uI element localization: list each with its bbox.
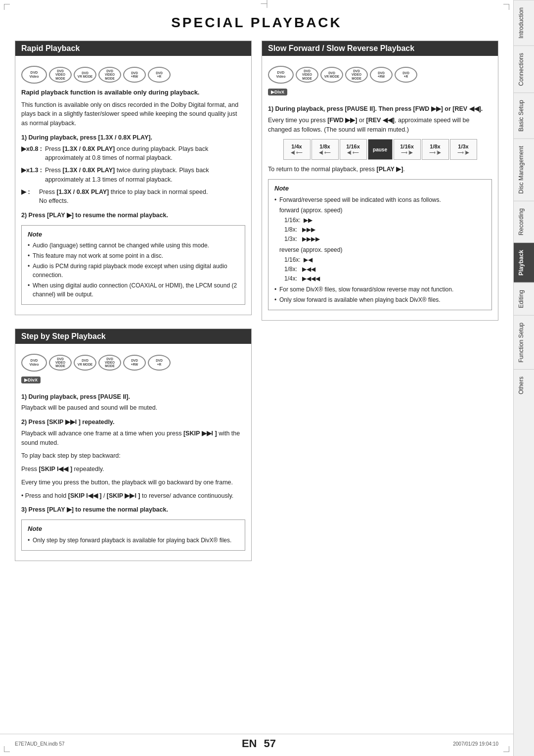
dvd-icon-video: DVDVideo: [21, 66, 47, 84]
rapid-bullet-1-text: Press [1.3X / 0.8X PLAY] once during pla…: [45, 144, 245, 163]
sidebar-tab-function-setup[interactable]: Function Setup: [514, 315, 534, 370]
page-num-row: EN 57: [242, 737, 276, 750]
step-note-1: Only step by step forward playback is av…: [28, 536, 239, 545]
slow-note-1: Forward/reverse speed will be indicated …: [274, 195, 486, 204]
dvd-icon-plusr: DVD+R: [148, 67, 171, 83]
slow-step1-text: Every time you press [FWD ▶▶] or [REV ◀◀…: [268, 116, 492, 135]
dvd-icon-videomode: DVDVIDEOMODE: [49, 67, 72, 83]
rapid-step1-heading: 1) During playback, press [1.3X / 0.8X P…: [21, 133, 245, 142]
step-dvd-icon-plusr: DVD+R: [148, 355, 171, 371]
slow-dvd-icon-videomode2: DVDVIDEOMODE: [345, 67, 368, 83]
step-step2-line4: Every time you press the button, the pla…: [21, 478, 245, 487]
slow-note-divx1: For some DivX® files, slow forward/slow …: [274, 285, 486, 294]
step-playback-box: Step by Step Playback DVDVideo DVDVIDEOM…: [15, 329, 252, 561]
main-content: SPECIAL PLAYBACK Rapid Playback DVDVideo…: [0, 0, 513, 756]
slow-note-fwd-2: 1/8x: ▶▶▶: [274, 225, 486, 234]
step-playback-content: DVDVideo DVDVIDEOMODE DVDVR MODE DVDVIDE…: [15, 349, 251, 561]
step-dvd-icon-videomode: DVDVIDEOMODE: [49, 355, 72, 371]
slow-dvd-icon-plusr: DVD+R: [395, 67, 417, 83]
corner-mark-tr: [503, 4, 509, 10]
rapid-note-3: Audio is PCM during rapid playback mode …: [28, 262, 239, 280]
step-note-box: Note Only step by step forward playback …: [21, 520, 245, 551]
slow-note-rev-2: 1/8x: ▶◀◀: [274, 265, 486, 274]
step-dvd-icon-vrmode: DVDVR MODE: [74, 355, 96, 371]
right-sidebar: Introduction Connections Basic Setup Dis…: [513, 0, 534, 756]
slow-playback-box: Slow Forward / Slow Reverse Playback DVD…: [262, 41, 498, 321]
step-step2-line1: Playback will advance one frame at a tim…: [21, 429, 245, 448]
slow-playback-content: DVDVideo DVDVIDEOMODE DVDVR MODE DVDVIDE…: [262, 61, 498, 320]
rapid-note-title: Note: [28, 230, 239, 239]
bottom-right-empty: [262, 329, 498, 569]
sidebar-tab-playback[interactable]: Playback: [514, 242, 534, 283]
step-step1-text: Playback will be paused and sound will b…: [21, 403, 245, 413]
rapid-bullet-1: ▶x0.8 : Press [1.3X / 0.8X PLAY] once du…: [21, 144, 245, 163]
cross-mark-h: [261, 3, 267, 4]
sidebar-tab-introduction[interactable]: Introduction: [514, 0, 534, 46]
speed-1-16x-fwd: 1/16x ⟶ |▶: [394, 139, 421, 160]
step-step1-heading: 1) During playback, press [PAUSE II].: [21, 392, 245, 402]
page-footer: E7E7AUD_EN.indb 57 EN 57 2007/01/29 19:0…: [0, 734, 513, 750]
step-step2-line5: • Press and hold [SKIP I◀◀ ] / [SKIP ▶▶I…: [21, 491, 245, 501]
step-step2-heading: 2) Press [SKIP ▶▶I ] repeatedly.: [21, 418, 245, 427]
sidebar-tab-others[interactable]: Others: [514, 369, 534, 401]
speed-1-4x-rev: 1/4x ◀| ⟵: [283, 139, 311, 160]
corner-mark-tl: [4, 4, 10, 10]
sidebar-tab-disc-management[interactable]: Disc Management: [514, 139, 534, 201]
slow-dvd-icon-vrmode: DVDVR MODE: [320, 67, 343, 83]
slow-note-rev-label: reverse (approx. speed): [274, 245, 486, 254]
sidebar-tab-connections[interactable]: Connections: [514, 46, 534, 93]
step-step2-line3: Press [SKIP I◀◀ ] repeatedly.: [21, 465, 245, 474]
slow-dvd-icon-plusrw: DVD+RW: [370, 67, 393, 83]
top-two-col: Rapid Playback DVDVideo DVDVIDEOMODE DVD…: [15, 41, 498, 329]
slow-note-title: Note: [274, 184, 486, 193]
step-playback-header: Step by Step Playback: [15, 329, 251, 344]
rapid-bullet-1-label: ▶x0.8 :: [21, 144, 42, 154]
rapid-note-1: Audio (language) setting cannot be chang…: [28, 241, 239, 250]
step-dvd-icon-videomode2: DVDVIDEOMODE: [98, 355, 121, 371]
sidebar-tab-basic-setup[interactable]: Basic Setup: [514, 93, 534, 139]
rapid-bullet-3-text: Press [1.3X / 0.8X PLAY] thrice to play …: [39, 188, 245, 206]
en-label: EN: [242, 737, 257, 750]
sidebar-tab-editing[interactable]: Editing: [514, 283, 534, 315]
rapid-intro-text: This function is available only on discs…: [21, 100, 245, 128]
cross-mark-v: [267, 0, 267, 8]
slow-note-rev-1: 1/16x: ▶◀: [274, 255, 486, 264]
rapid-bullet-2: ▶x1.3 : Press [1.3X / 0.8X PLAY] twice d…: [21, 166, 245, 185]
rapid-bullet-2-label: ▶x1.3 :: [21, 166, 42, 175]
speed-1-16x-rev: 1/16x ◀| ⟵: [340, 139, 367, 160]
step-dvd-icon-plusrw: DVD+RW: [123, 355, 146, 371]
footer-right: 2007/01/29 19:04:10: [453, 741, 498, 747]
rapid-bullet-3-label: ▶ :: [21, 188, 36, 197]
slow-dvd-icons: DVDVideo DVDVIDEOMODE DVDVR MODE DVDVIDE…: [268, 66, 492, 84]
rapid-playback-header: Rapid Playback: [15, 41, 251, 56]
rapid-playback-box: Rapid Playback DVDVideo DVDVIDEOMODE DVD…: [15, 41, 252, 315]
slow-dvd-icon-video: DVDVideo: [268, 66, 294, 84]
speed-pause: pause: [368, 139, 393, 160]
page-number: 57: [264, 737, 275, 750]
slow-note-divx2: Only slow forward is available when play…: [274, 295, 486, 304]
step-step2-line2: To play back step by step backward:: [21, 451, 245, 461]
dvd-icon-plusrw: DVD+RW: [123, 67, 146, 83]
dvd-icon-videomode2: DVDVIDEOMODE: [98, 67, 121, 83]
slow-return-text: To return to the normal playback, press …: [268, 165, 492, 174]
speed-1-8x-rev: 1/8x ◀| ⟵: [312, 139, 339, 160]
slow-note-fwd-label: forward (approx. speed): [274, 206, 486, 215]
speed-1-8x-fwd: 1/8x ⟶ |▶: [422, 139, 449, 160]
rapid-step2-heading: 2) Press [PLAY ▶] to resume the normal p…: [21, 211, 245, 220]
rapid-dvd-icons: DVDVideo DVDVIDEOMODE DVDVR MODE DVDVIDE…: [21, 66, 245, 84]
step-playback-section: Step by Step Playback DVDVideo DVDVIDEOM…: [15, 329, 252, 569]
slow-playback-header: Slow Forward / Slow Reverse Playback: [262, 41, 498, 56]
rapid-note-box: Note Audio (language) setting cannot be …: [21, 225, 245, 305]
slow-note-fwd-1: 1/16x: ▶▶: [274, 216, 486, 225]
rapid-note-4: When using digital audio connection (COA…: [28, 281, 239, 299]
footer-left: E7E7AUD_EN.indb 57: [15, 741, 65, 747]
step-note-title: Note: [28, 524, 239, 534]
dvd-icon-vrmode: DVDVR MODE: [74, 67, 96, 83]
slow-note-box: Note Forward/reverse speed will be indic…: [268, 179, 492, 310]
rapid-bullet-3: ▶ : Press [1.3X / 0.8X PLAY] thrice to p…: [21, 188, 245, 206]
step-dvd-icons: DVDVideo DVDVIDEOMODE DVDVR MODE DVDVIDE…: [21, 354, 245, 372]
sidebar-tab-recording[interactable]: Recording: [514, 201, 534, 242]
speed-diagram: 1/4x ◀| ⟵ 1/8x ◀| ⟵ 1/16x ◀| ⟵: [268, 139, 492, 160]
rapid-bold-intro: Rapid playback function is available onl…: [21, 88, 245, 97]
step-dvd-icon-video: DVDVideo: [21, 354, 47, 372]
